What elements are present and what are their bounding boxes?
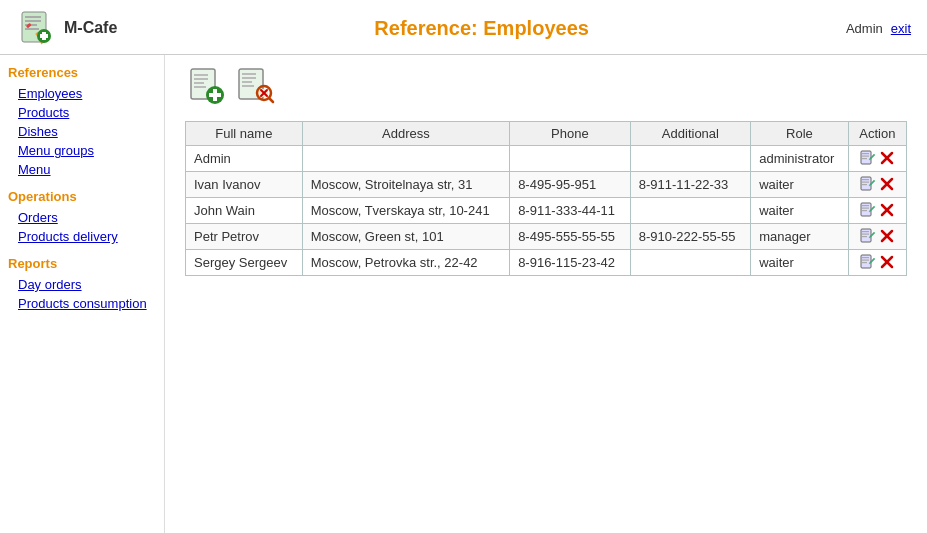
sidebar-item-day-orders[interactable]: Day orders xyxy=(4,275,160,294)
svg-rect-2 xyxy=(25,20,41,22)
edit-button[interactable] xyxy=(858,149,878,168)
svg-rect-31 xyxy=(862,156,869,157)
delete-button[interactable] xyxy=(878,203,896,220)
cell-role: waiter xyxy=(751,172,849,198)
edit-button[interactable] xyxy=(858,201,878,220)
col-address: Address xyxy=(302,122,509,146)
search-icon xyxy=(237,67,275,105)
edit-icon xyxy=(860,253,876,269)
sidebar-section-operations: Operations xyxy=(4,189,160,204)
edit-button[interactable] xyxy=(858,227,878,246)
svg-rect-56 xyxy=(862,262,867,263)
svg-rect-14 xyxy=(194,82,204,84)
col-additional: Additional xyxy=(630,122,751,146)
sidebar-item-products-consumption[interactable]: Products consumption xyxy=(4,294,160,313)
exit-link[interactable]: exit xyxy=(891,21,911,36)
svg-rect-36 xyxy=(862,179,869,180)
cell-fullname: Petr Petrov xyxy=(186,224,303,250)
cell-phone: 8-916-115-23-42 xyxy=(510,250,631,276)
svg-rect-20 xyxy=(242,73,256,75)
svg-rect-50 xyxy=(862,236,867,237)
svg-rect-13 xyxy=(194,78,208,80)
svg-rect-4 xyxy=(25,28,39,30)
svg-rect-18 xyxy=(209,93,221,97)
svg-rect-42 xyxy=(862,205,869,206)
cell-fullname: Ivan Ivanov xyxy=(186,172,303,198)
delete-button[interactable] xyxy=(878,177,896,194)
delete-button[interactable] xyxy=(878,229,896,246)
svg-rect-29 xyxy=(861,151,871,164)
page-title: Reference: Employees xyxy=(374,17,589,39)
toolbar xyxy=(185,65,907,107)
app-title: M-Cafe xyxy=(64,19,117,37)
user-area: Admin exit xyxy=(846,21,911,36)
col-fullname: Full name xyxy=(186,122,303,146)
sidebar-item-employees[interactable]: Employees xyxy=(4,84,160,103)
svg-rect-41 xyxy=(861,203,871,216)
sidebar-section-references: References xyxy=(4,65,160,80)
svg-rect-47 xyxy=(861,229,871,242)
cell-additional xyxy=(630,250,751,276)
edit-button[interactable] xyxy=(858,253,878,272)
cell-phone: 8-495-95-951 xyxy=(510,172,631,198)
table-row: Petr PetrovMoscow, Green st, 1018-495-55… xyxy=(186,224,907,250)
content-area: Full name Address Phone Additional Role … xyxy=(165,55,927,533)
sidebar-item-dishes[interactable]: Dishes xyxy=(4,122,160,141)
delete-icon xyxy=(880,151,894,165)
col-action: Action xyxy=(848,122,906,146)
delete-icon xyxy=(880,255,894,269)
table-row: Ivan IvanovMoscow, Stroitelnaya str, 318… xyxy=(186,172,907,198)
svg-rect-48 xyxy=(862,231,869,232)
sidebar-item-products[interactable]: Products xyxy=(4,103,160,122)
svg-rect-15 xyxy=(194,86,206,88)
delete-icon xyxy=(880,229,894,243)
cell-address xyxy=(302,146,509,172)
cell-additional xyxy=(630,198,751,224)
edit-button[interactable] xyxy=(858,175,878,194)
svg-rect-38 xyxy=(862,184,867,185)
edit-icon xyxy=(860,149,876,165)
sidebar-item-orders[interactable]: Orders xyxy=(4,208,160,227)
delete-button[interactable] xyxy=(878,151,896,168)
cell-additional xyxy=(630,146,751,172)
admin-label: Admin xyxy=(846,21,883,36)
page-title-area: Reference: Employees xyxy=(117,17,846,40)
edit-icon xyxy=(860,201,876,217)
sidebar-section-reports: Reports xyxy=(4,256,160,271)
svg-rect-35 xyxy=(861,177,871,190)
svg-rect-55 xyxy=(862,260,869,261)
cell-additional: 8-910-222-55-55 xyxy=(630,224,751,250)
cell-role: manager xyxy=(751,224,849,250)
cell-role: waiter xyxy=(751,250,849,276)
search-employees-button[interactable] xyxy=(235,65,277,107)
cell-phone xyxy=(510,146,631,172)
cell-action xyxy=(848,224,906,250)
cell-action xyxy=(848,172,906,198)
cell-action xyxy=(848,146,906,172)
table-row: John WainMoscow, Tverskaya str, 10-2418-… xyxy=(186,198,907,224)
col-phone: Phone xyxy=(510,122,631,146)
sidebar-item-products-delivery[interactable]: Products delivery xyxy=(4,227,160,246)
cell-address: Moscow, Petrovka str., 22-42 xyxy=(302,250,509,276)
add-icon xyxy=(187,67,225,105)
cell-action xyxy=(848,250,906,276)
cell-action xyxy=(848,198,906,224)
cell-address: Moscow, Green st, 101 xyxy=(302,224,509,250)
sidebar-item-menu[interactable]: Menu xyxy=(4,160,160,179)
table-row: Adminadministrator xyxy=(186,146,907,172)
svg-rect-49 xyxy=(862,234,869,235)
svg-rect-22 xyxy=(242,81,252,83)
svg-rect-53 xyxy=(861,255,871,268)
svg-rect-32 xyxy=(862,158,867,159)
svg-rect-1 xyxy=(25,16,41,18)
svg-rect-23 xyxy=(242,85,254,87)
cell-phone: 8-495-555-55-55 xyxy=(510,224,631,250)
delete-button[interactable] xyxy=(878,255,896,272)
svg-rect-30 xyxy=(862,153,869,154)
svg-rect-10 xyxy=(40,34,48,38)
svg-rect-37 xyxy=(862,182,869,183)
employees-table: Full name Address Phone Additional Role … xyxy=(185,121,907,276)
cell-role: administrator xyxy=(751,146,849,172)
add-employee-button[interactable] xyxy=(185,65,227,107)
sidebar-item-menu-groups[interactable]: Menu groups xyxy=(4,141,160,160)
